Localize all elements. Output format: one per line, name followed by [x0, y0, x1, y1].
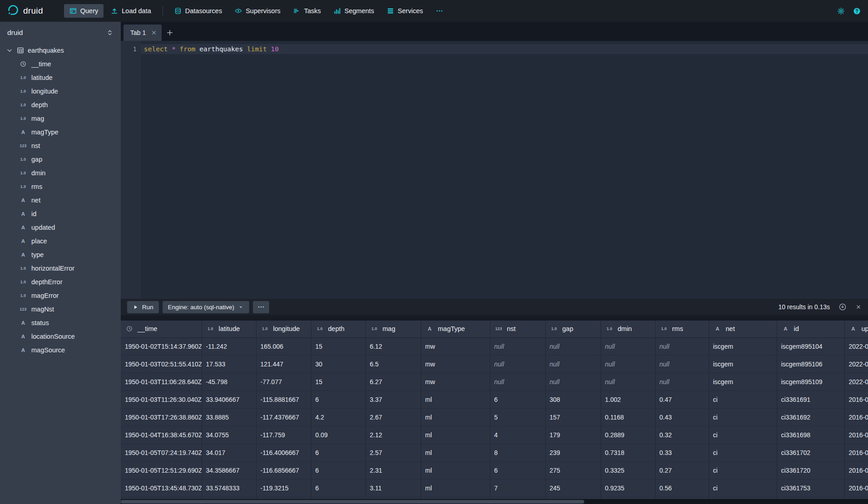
- result-cell[interactable]: 17.533: [202, 355, 256, 373]
- nav-more[interactable]: [430, 4, 449, 18]
- result-cell[interactable]: 1950-01-03T11:26:30.040Z: [121, 390, 202, 408]
- result-cell[interactable]: -77.077: [256, 373, 311, 390]
- result-cell[interactable]: 0.09: [311, 426, 365, 444]
- result-cell[interactable]: iscgem895109: [777, 373, 844, 390]
- result-cell[interactable]: 0.9235: [601, 479, 655, 497]
- result-cell[interactable]: null: [655, 337, 709, 355]
- column-header-depth[interactable]: 1.0depth: [311, 321, 365, 337]
- tab-1[interactable]: Tab 1: [123, 25, 162, 41]
- result-cell[interactable]: ci3361720: [777, 461, 844, 479]
- result-cell[interactable]: ml: [421, 426, 490, 444]
- result-cell[interactable]: 6: [490, 390, 545, 408]
- result-cell[interactable]: 2016-0: [844, 461, 868, 479]
- result-cell[interactable]: ci: [709, 461, 777, 479]
- run-button[interactable]: Run: [127, 301, 159, 313]
- result-cell[interactable]: 1950-01-05T12:51:29.690Z: [121, 461, 202, 479]
- schema-column-depthError[interactable]: 1.0depthError: [0, 275, 121, 289]
- result-cell[interactable]: null: [545, 355, 601, 373]
- new-tab-button[interactable]: [162, 25, 178, 41]
- schema-column-dmin[interactable]: 1.0dmin: [0, 166, 121, 180]
- result-cell[interactable]: 8: [490, 444, 545, 461]
- result-cell[interactable]: 4.2: [311, 408, 365, 426]
- result-cell[interactable]: -117.759: [256, 426, 311, 444]
- result-cell[interactable]: 239: [545, 444, 601, 461]
- result-cell[interactable]: 6.27: [365, 373, 421, 390]
- result-cell[interactable]: 2016-0: [844, 426, 868, 444]
- result-cell[interactable]: ci3361691: [777, 390, 844, 408]
- result-cell[interactable]: 0.33: [655, 444, 709, 461]
- column-header-latitude[interactable]: 1.0latitude: [202, 321, 256, 337]
- result-cell[interactable]: 6: [311, 479, 365, 497]
- result-cell[interactable]: ci3361753: [777, 479, 844, 497]
- result-cell[interactable]: ml: [421, 444, 490, 461]
- result-cell[interactable]: 33.5748333: [202, 479, 256, 497]
- schema-column-magSource[interactable]: AmagSource: [0, 343, 121, 357]
- result-cell[interactable]: 3.11: [365, 479, 421, 497]
- result-cell[interactable]: 15: [311, 373, 365, 390]
- result-cell[interactable]: ml: [421, 479, 490, 497]
- result-cell[interactable]: ci: [709, 444, 777, 461]
- column-header-magType[interactable]: AmagType: [421, 321, 490, 337]
- result-cell[interactable]: 6: [311, 390, 365, 408]
- result-cell[interactable]: null: [601, 355, 655, 373]
- result-cell[interactable]: 165.006: [256, 337, 311, 355]
- column-header-gap[interactable]: 1.0gap: [545, 321, 601, 337]
- result-cell[interactable]: -115.8881667: [256, 390, 311, 408]
- result-cell[interactable]: 7: [490, 479, 545, 497]
- schema-column-magType[interactable]: AmagType: [0, 125, 121, 139]
- result-cell[interactable]: 0.7318: [601, 444, 655, 461]
- result-cell[interactable]: ci: [709, 390, 777, 408]
- tab-close-icon[interactable]: [151, 30, 157, 36]
- editor-code-area[interactable]: select * from earthquakes limit 10: [141, 41, 868, 299]
- schema-column-latitude[interactable]: 1.0latitude: [0, 71, 121, 84]
- result-cell[interactable]: 2022-0: [844, 373, 868, 390]
- result-cell[interactable]: 1950-01-03T02:51:55.410Z: [121, 355, 202, 373]
- result-cell[interactable]: 34.0755: [202, 426, 256, 444]
- result-cell[interactable]: 121.447: [256, 355, 311, 373]
- column-header-dmin[interactable]: 1.0dmin: [601, 321, 655, 337]
- result-cell[interactable]: -45.798: [202, 373, 256, 390]
- result-cell[interactable]: iscgem895106: [777, 355, 844, 373]
- result-cell[interactable]: 1950-01-03T11:06:28.640Z: [121, 373, 202, 390]
- result-cell[interactable]: mw: [421, 337, 490, 355]
- result-cell[interactable]: 2.57: [365, 444, 421, 461]
- result-cell[interactable]: 1950-01-05T07:24:19.740Z: [121, 444, 202, 461]
- result-cell[interactable]: mw: [421, 355, 490, 373]
- result-cell[interactable]: 0.47: [655, 390, 709, 408]
- result-cell[interactable]: mw: [421, 373, 490, 390]
- result-cell[interactable]: 4: [490, 426, 545, 444]
- result-cell[interactable]: ml: [421, 461, 490, 479]
- result-cell[interactable]: 2016-0: [844, 444, 868, 461]
- result-cell[interactable]: -119.3215: [256, 479, 311, 497]
- result-cell[interactable]: 157: [545, 408, 601, 426]
- result-cell[interactable]: 1950-01-03T17:26:38.860Z: [121, 408, 202, 426]
- result-cell[interactable]: null: [601, 337, 655, 355]
- schema-column-magNst[interactable]: 123magNst: [0, 302, 121, 316]
- result-cell[interactable]: 2.67: [365, 408, 421, 426]
- result-cell[interactable]: null: [490, 373, 545, 390]
- close-results-icon[interactable]: [855, 304, 862, 310]
- column-header-__time[interactable]: __time: [121, 321, 202, 337]
- result-cell[interactable]: iscgem: [709, 373, 777, 390]
- schema-column-gap[interactable]: 1.0gap: [0, 153, 121, 166]
- result-cell[interactable]: null: [655, 373, 709, 390]
- settings-gear-icon[interactable]: [837, 7, 845, 15]
- schema-column-mag[interactable]: 1.0mag: [0, 112, 121, 125]
- result-cell[interactable]: 6: [311, 461, 365, 479]
- schema-column-net[interactable]: Anet: [0, 193, 121, 207]
- result-cell[interactable]: 0.32: [655, 426, 709, 444]
- result-cell[interactable]: 2.12: [365, 426, 421, 444]
- schema-column-locationSource[interactable]: AlocationSource: [0, 330, 121, 343]
- column-header-rms[interactable]: 1.0rms: [655, 321, 709, 337]
- result-cell[interactable]: 2016-0: [844, 408, 868, 426]
- schema-column-updated[interactable]: Aupdated: [0, 221, 121, 234]
- result-cell[interactable]: ci3361698: [777, 426, 844, 444]
- double-caret-icon[interactable]: [106, 29, 113, 36]
- nav-services[interactable]: Services: [381, 4, 429, 18]
- schema-column-nst[interactable]: 123nst: [0, 139, 121, 153]
- result-cell[interactable]: ci3361692: [777, 408, 844, 426]
- schema-column-magError[interactable]: 1.0magError: [0, 289, 121, 302]
- schema-column-longitude[interactable]: 1.0longitude: [0, 84, 121, 98]
- nav-supervisors[interactable]: Supervisors: [229, 4, 286, 18]
- download-icon[interactable]: [839, 303, 846, 311]
